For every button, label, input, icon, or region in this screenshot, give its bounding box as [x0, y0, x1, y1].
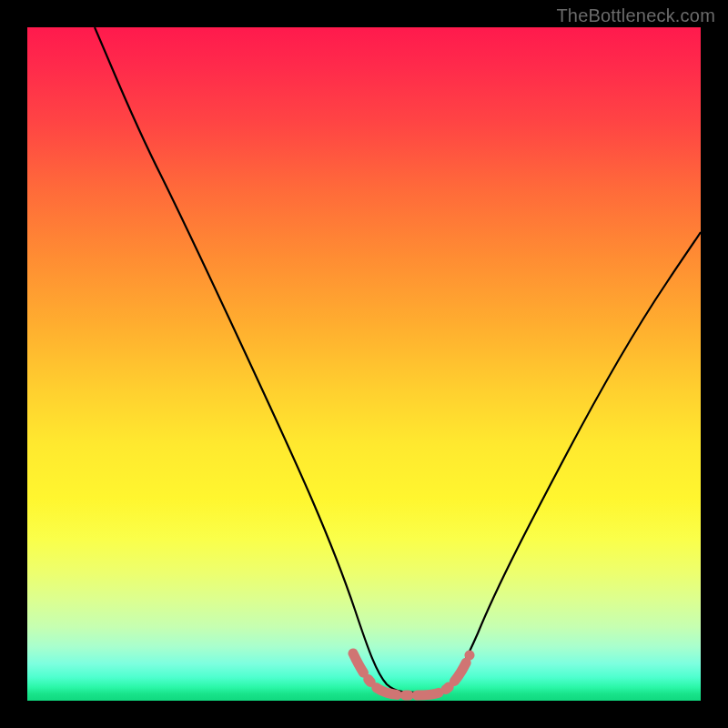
bottleneck-curve [95, 27, 701, 693]
optimal-region-marker [353, 653, 470, 695]
plot-area [27, 27, 701, 701]
chart-frame: TheBottleneck.com [0, 0, 728, 728]
curve-layer [27, 27, 701, 701]
attribution-text: TheBottleneck.com [556, 5, 715, 26]
